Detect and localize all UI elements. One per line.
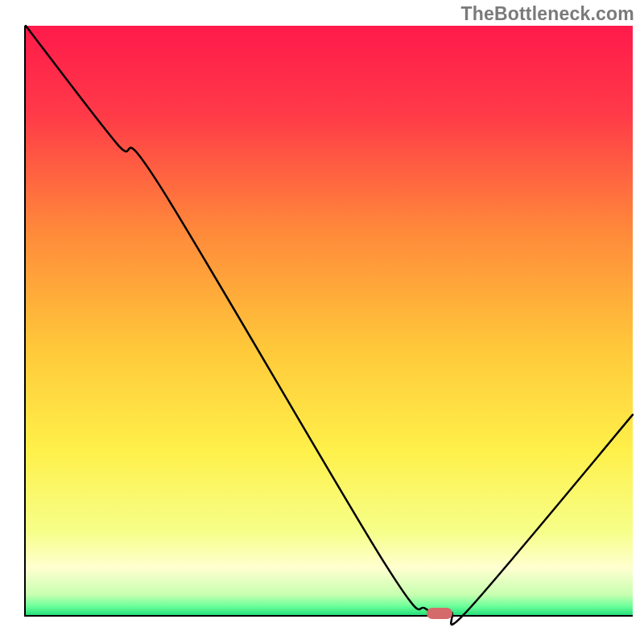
optimum-marker — [427, 608, 452, 619]
watermark-label: TheBottleneck.com — [460, 3, 634, 25]
plot-frame — [24, 26, 633, 617]
bottleneck-chart: TheBottleneck.com — [0, 0, 644, 644]
bottleneck-curve — [26, 26, 633, 615]
